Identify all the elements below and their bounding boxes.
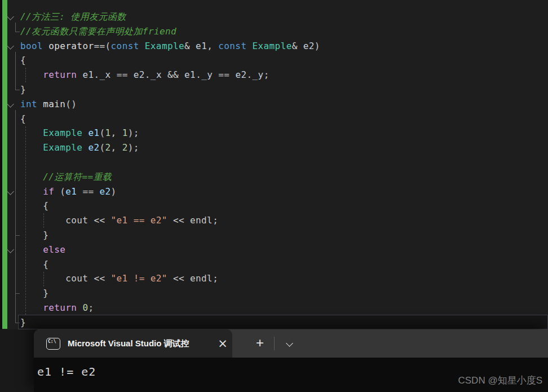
code-line[interactable]: //友元函数只需要在声明处加friend: [0, 24, 548, 39]
code-line[interactable]: if (e1 == e2): [0, 184, 548, 199]
code-line[interactable]: [0, 155, 548, 170]
code-text: //方法三: 使用友元函数: [20, 10, 126, 24]
code-line[interactable]: {: [0, 199, 548, 213]
code-text: {: [20, 112, 26, 126]
gutter-cell: [0, 140, 20, 155]
watermark-text: CSDN @知星小度S: [458, 374, 543, 387]
terminal-tab-bar: C:\ Microsoft Visual Studio 调试控 × +: [34, 329, 548, 358]
terminal-output-text: e1 != e2: [37, 365, 96, 378]
code-line[interactable]: //运算符==重载: [0, 170, 548, 184]
gutter-cell: [0, 24, 20, 39]
code-text: return 0;: [20, 301, 94, 315]
vs-window: //方法三: 使用友元函数//友元函数只需要在声明处加friendbool op…: [0, 0, 548, 392]
code-line-current[interactable]: }: [0, 315, 548, 330]
gutter-cell: [0, 126, 20, 140]
code-line[interactable]: cout << "e1 != e2" << endl;: [0, 271, 548, 286]
fold-chevron-icon[interactable]: [0, 184, 20, 199]
code-text: //友元函数只需要在声明处加friend: [20, 24, 176, 39]
code-line[interactable]: //方法三: 使用友元函数: [0, 10, 548, 24]
code-line[interactable]: return e1._x == e2._x && e1._y == e2._y;: [0, 68, 548, 82]
code-text: cout << "e1 != e2" << endl;: [20, 271, 218, 286]
code-line[interactable]: cout << "e1 == e2" << endl;: [0, 213, 548, 228]
code-text: Example e2(2, 2);: [20, 140, 139, 155]
tab-bar-divider: [274, 337, 275, 350]
code-line[interactable]: {: [0, 53, 548, 68]
gutter-cell: [0, 82, 20, 97]
code-line[interactable]: }: [0, 228, 548, 243]
code-text: {: [20, 199, 48, 213]
code-line[interactable]: int main(): [0, 97, 548, 112]
code-line[interactable]: Example e2(2, 2);: [0, 140, 548, 155]
gutter-cell: [0, 68, 20, 82]
gutter-cell: [0, 112, 20, 126]
gutter-cell: [0, 315, 20, 330]
code-text: else: [20, 243, 65, 257]
terminal-output-area[interactable]: e1 != e2 CSDN @知星小度S: [34, 358, 548, 392]
code-text: }: [20, 286, 48, 301]
gutter-cell: [0, 155, 20, 170]
code-line[interactable]: return 0;: [0, 301, 548, 315]
code-line[interactable]: {: [0, 257, 548, 272]
gutter-cell: [0, 271, 20, 286]
code-text: int main(): [20, 97, 77, 112]
code-line[interactable]: }: [0, 82, 548, 97]
gutter-cell: [0, 228, 20, 243]
terminal-tab-debug-console[interactable]: C:\ Microsoft Visual Studio 调试控 ×: [34, 329, 232, 358]
chevron-down-icon: [286, 340, 293, 347]
tab-dropdown-button[interactable]: [280, 329, 298, 358]
gutter-cell: [0, 53, 20, 68]
code-text: cout << "e1 == e2" << endl;: [20, 213, 218, 228]
code-line[interactable]: Example e1(1, 1);: [0, 126, 548, 140]
gutter-cell: [0, 286, 20, 301]
gutter-cell: [0, 170, 20, 184]
code-text: bool operator==(const Example& e1, const…: [20, 39, 320, 54]
fold-chevron-icon[interactable]: [0, 243, 20, 257]
code-line[interactable]: bool operator==(const Example& e1, const…: [0, 39, 548, 54]
code-text: }: [20, 82, 26, 97]
code-line[interactable]: else: [0, 243, 548, 257]
code-lines: //方法三: 使用友元函数//友元函数只需要在声明处加friendbool op…: [0, 10, 548, 330]
gutter-cell: [0, 213, 20, 228]
code-text: }: [20, 315, 26, 330]
code-editor[interactable]: //方法三: 使用友元函数//友元函数只需要在声明处加friendbool op…: [0, 0, 548, 329]
code-text: if (e1 == e2): [20, 184, 117, 199]
code-text: {: [20, 257, 48, 272]
code-text: //运算符==重载: [20, 170, 112, 184]
terminal-tab-title: Microsoft Visual Studio 调试控: [68, 338, 213, 349]
fold-chevron-icon[interactable]: [0, 10, 20, 24]
code-text: return e1._x == e2._x && e1._y == e2._y;: [20, 68, 269, 82]
gutter-cell: [0, 199, 20, 213]
code-text: {: [20, 53, 26, 68]
terminal-panel: C:\ Microsoft Visual Studio 调试控 × + e1 !…: [34, 329, 548, 392]
command-prompt-icon-label: C:\: [48, 339, 56, 344]
code-line[interactable]: {: [0, 112, 548, 126]
code-line[interactable]: }: [0, 286, 548, 301]
fold-chevron-icon[interactable]: [0, 97, 20, 112]
gutter-cell: [0, 257, 20, 272]
new-tab-button[interactable]: +: [251, 329, 269, 358]
code-text: }: [20, 228, 48, 243]
fold-chevron-icon[interactable]: [0, 39, 20, 54]
code-text: Example e1(1, 1);: [20, 126, 139, 140]
close-tab-icon[interactable]: ×: [213, 329, 232, 358]
command-prompt-icon: C:\: [46, 338, 60, 350]
gutter-cell: [0, 301, 20, 315]
